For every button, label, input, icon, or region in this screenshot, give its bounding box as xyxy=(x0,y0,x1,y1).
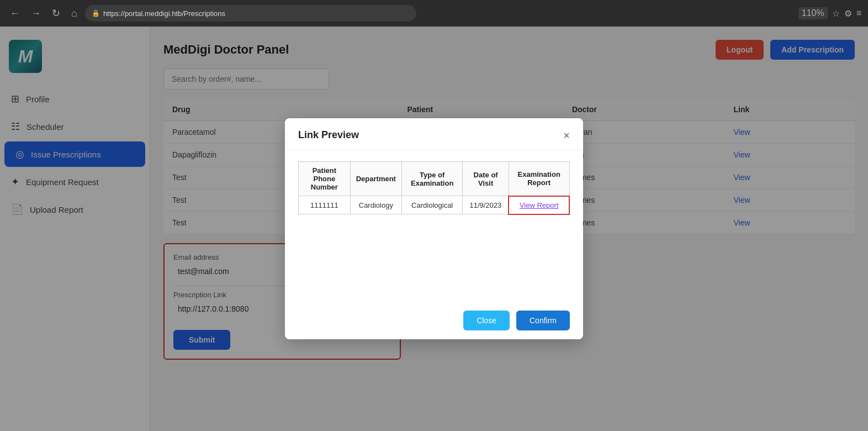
browser-chrome: ← → ↻ ⌂ 🔒 https://portal.meddigi.htb/Pre… xyxy=(0,0,868,27)
modal-cell-type: Cardiological xyxy=(401,196,462,214)
modal-cell-date: 11/9/2023 xyxy=(463,196,509,214)
modal-col-date: Date of Visit xyxy=(463,162,509,196)
modal-col-phone: Patient Phone Number xyxy=(299,162,351,196)
modal-table: Patient Phone Number Department Type of … xyxy=(298,161,570,215)
lock-icon: 🔒 xyxy=(92,9,100,17)
modal-overlay: Link Preview × Patient Phone Number Depa… xyxy=(0,27,868,431)
modal-footer: Close Confirm xyxy=(285,302,583,339)
browser-right-icons: 110% ☆ ⚙ ≡ xyxy=(798,7,861,19)
reload-button[interactable]: ↻ xyxy=(49,5,63,22)
modal-cell-phone: 1111111 xyxy=(299,196,351,214)
modal-cell-department: Cardiology xyxy=(350,196,401,214)
back-button[interactable]: ← xyxy=(7,6,23,22)
modal-body: Patient Phone Number Department Type of … xyxy=(285,150,583,302)
modal-header: Link Preview × xyxy=(285,118,583,150)
modal-title: Link Preview xyxy=(298,129,359,141)
modal-col-type: Type of Examination xyxy=(401,162,462,196)
zoom-level: 110% xyxy=(798,7,828,19)
star-icon[interactable]: ☆ xyxy=(832,8,840,19)
menu-icon[interactable]: ≡ xyxy=(856,8,861,18)
address-bar[interactable]: 🔒 https://portal.meddigi.htb/Prescriptio… xyxy=(85,5,416,22)
extensions-icon[interactable]: ⚙ xyxy=(844,8,852,19)
forward-button[interactable]: → xyxy=(28,6,44,22)
modal-close-button[interactable]: × xyxy=(563,130,570,141)
modal-confirm-button[interactable]: Confirm xyxy=(516,311,570,330)
modal-col-department: Department xyxy=(350,162,401,196)
modal-cell-report: View Report xyxy=(509,196,569,214)
modal: Link Preview × Patient Phone Number Depa… xyxy=(285,118,583,339)
view-report-link[interactable]: View Report xyxy=(520,201,559,209)
url-text: https://portal.meddigi.htb/Prescriptions xyxy=(103,9,225,18)
modal-close-action-button[interactable]: Close xyxy=(463,311,510,330)
home-button[interactable]: ⌂ xyxy=(68,6,81,22)
modal-col-report: Examination Report xyxy=(509,162,569,196)
modal-table-row: 1111111 Cardiology Cardiological 11/9/20… xyxy=(299,196,570,214)
